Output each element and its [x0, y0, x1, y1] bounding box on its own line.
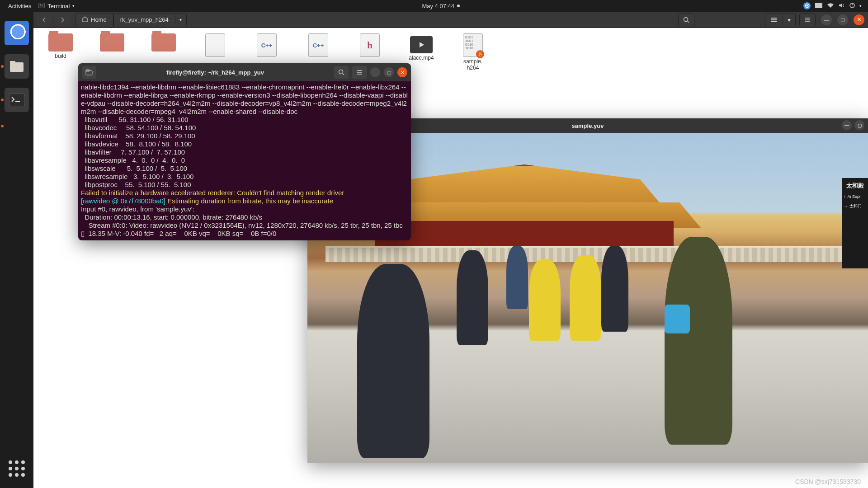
running-indicator-icon [1, 125, 4, 127]
maximize-button[interactable]: ▢ [384, 67, 394, 77]
text-file-icon [205, 33, 225, 57]
terminal-line: [rawvideo @ 0x7f78000ba0] Estimating dur… [81, 197, 408, 205]
terminal-line: libavcodec 58. 54.100 / 58. 54.100 [81, 124, 408, 132]
running-indicator-icon [1, 65, 4, 68]
terminal-line: libavresample 4. 0. 0 / 4. 0. 0 [81, 156, 408, 164]
search-button[interactable] [678, 14, 694, 26]
terminal-line: Duration: 00:00:13.16, start: 0.000000, … [81, 213, 408, 221]
svg-line-18 [343, 74, 344, 75]
svg-rect-4 [10, 62, 24, 72]
keyboard-icon [815, 3, 822, 9]
terminal-line: libswscale 5. 5.100 / 5. 5.100 [81, 164, 408, 173]
header-file-icon: h [360, 33, 380, 57]
running-indicator-icon [1, 99, 4, 101]
terminal-launcher[interactable] [5, 88, 29, 112]
ffplay-launcher[interactable] [5, 114, 29, 138]
terminal-line: nable-libdc1394 --enable-libdrm --enable… [81, 83, 408, 116]
binary-file-icon: 0101100101101010🔒 [463, 33, 483, 57]
show-applications[interactable] [5, 456, 29, 481]
terminal-line: Input #0, rawvideo, from 'sample.yuv': [81, 205, 408, 213]
view-mode-button[interactable] [765, 14, 783, 26]
file-item[interactable]: C++ [249, 33, 285, 59]
activities-button[interactable]: Activities [5, 0, 35, 12]
terminal-line: Failed to initialize a hardware accelera… [81, 189, 408, 197]
close-button[interactable]: ✕ [854, 14, 864, 25]
terminal-icon [38, 3, 45, 9]
player-title: sample.yuv [572, 122, 604, 129]
file-item[interactable] [146, 33, 182, 53]
breadcrumb-current[interactable]: rk_yuv_mpp_h264 [113, 14, 175, 26]
terminal-search-button[interactable] [334, 66, 349, 79]
status-area[interactable]: ⦿ ▾ [803, 2, 863, 9]
forward-button[interactable] [55, 14, 70, 26]
app-menu[interactable]: Terminal ▾ [35, 0, 78, 12]
maximize-button[interactable]: ▢ [837, 14, 848, 25]
folder-icon [151, 33, 176, 52]
terminal-output[interactable]: nable-libdc1394 --enable-libdrm --enable… [78, 81, 411, 240]
file-item[interactable] [94, 33, 130, 53]
cpp-file-icon: C++ [257, 33, 277, 57]
terminal-line: Stream #0:0: Video: rawvideo (NV12 / 0x3… [81, 221, 408, 230]
svg-point-7 [684, 17, 688, 21]
accessibility-icon: ⦿ [803, 2, 811, 9]
breadcrumb-home[interactable]: Home [75, 14, 113, 26]
chevron-down-icon: ▾ [72, 4, 75, 8]
terminal-titlebar[interactable]: firefly@firefly: ~/rk_h264_mpp_yuv — ▢ ✕ [78, 63, 411, 81]
breadcrumb: Home rk_yuv_mpp_h264 ▾ [75, 14, 187, 26]
breadcrumb-menu[interactable]: ▾ [175, 14, 187, 26]
dock [0, 12, 33, 488]
terminal-line: libpostproc 55. 5.100 / 55. 5.100 [81, 181, 408, 189]
hamburger-menu[interactable] [799, 14, 816, 26]
terminal-line: libavutil 56. 31.100 / 56. 31.100 [81, 116, 408, 124]
file-item[interactable] [197, 33, 233, 59]
svg-rect-1 [815, 3, 822, 8]
files-launcher[interactable] [5, 54, 29, 79]
folder-icon [48, 33, 73, 52]
close-button[interactable]: ✕ [397, 67, 407, 77]
top-panel: Activities Terminal ▾ May 4 07:44 ⦿ ▾ [0, 0, 868, 12]
terminal-line: libavformat 58. 29.100 / 58. 29.100 [81, 132, 408, 140]
terminal-window[interactable]: firefly@firefly: ~/rk_h264_mpp_yuv — ▢ ✕… [78, 63, 411, 240]
back-button[interactable] [37, 14, 52, 26]
file-item[interactable]: 0101100101101010🔒sample.h264 [455, 33, 491, 71]
terminal-menu-button[interactable] [352, 66, 367, 79]
minimize-button[interactable]: — [821, 14, 832, 25]
file-label: alace.mp4 [403, 55, 439, 61]
svg-rect-6 [9, 94, 24, 106]
maximize-button[interactable]: ▢ [854, 120, 864, 130]
terminal-line: libavfilter 7. 57.100 / 7. 57.100 [81, 148, 408, 156]
app-menu-label: Terminal [47, 3, 70, 9]
file-item[interactable]: build [42, 33, 79, 60]
chevron-down-icon: ▾ [859, 4, 862, 8]
terminal-line: libavdevice 58. 8.100 / 58. 8.100 [81, 140, 408, 148]
cpp-file-icon: C++ [308, 33, 328, 57]
terminal-title: firefly@firefly: ~/rk_h264_mpp_yuv [100, 69, 330, 76]
terminal-line: ▯ 18.35 M-V: -0.040 fd= 2 aq= 0KB vq= 0K… [81, 230, 408, 238]
minimize-button[interactable]: — [370, 67, 380, 77]
svg-rect-5 [10, 61, 15, 64]
notification-dot-icon [457, 5, 460, 7]
file-item[interactable]: alace.mp4 [403, 33, 439, 61]
file-label: sample.h264 [455, 59, 491, 71]
watermark: CSDN @sxj731533730 [795, 478, 861, 485]
folder-icon [100, 33, 124, 52]
apps-grid-icon [9, 460, 25, 477]
file-item[interactable]: h [352, 33, 388, 59]
lock-icon: 🔒 [476, 50, 484, 58]
home-icon [82, 16, 88, 23]
new-tab-button[interactable] [82, 66, 96, 79]
svg-line-8 [688, 21, 689, 23]
view-options-button[interactable]: ▾ [783, 14, 796, 26]
clock[interactable]: May 4 07:44 [418, 0, 463, 12]
svg-point-17 [339, 70, 343, 74]
chromium-launcher[interactable] [5, 21, 29, 45]
minimize-button[interactable]: — [842, 120, 852, 130]
files-headerbar: Home rk_yuv_mpp_h264 ▾ ▾ — ▢ ✕ [33, 12, 868, 28]
volume-icon [839, 3, 845, 9]
video-file-icon [410, 36, 433, 53]
terminal-line: libswresample 3. 5.100 / 3. 5.100 [81, 173, 408, 181]
power-icon [849, 3, 855, 9]
file-item[interactable]: C++ [300, 33, 336, 59]
svg-rect-0 [38, 3, 45, 8]
file-label: build [42, 53, 79, 60]
